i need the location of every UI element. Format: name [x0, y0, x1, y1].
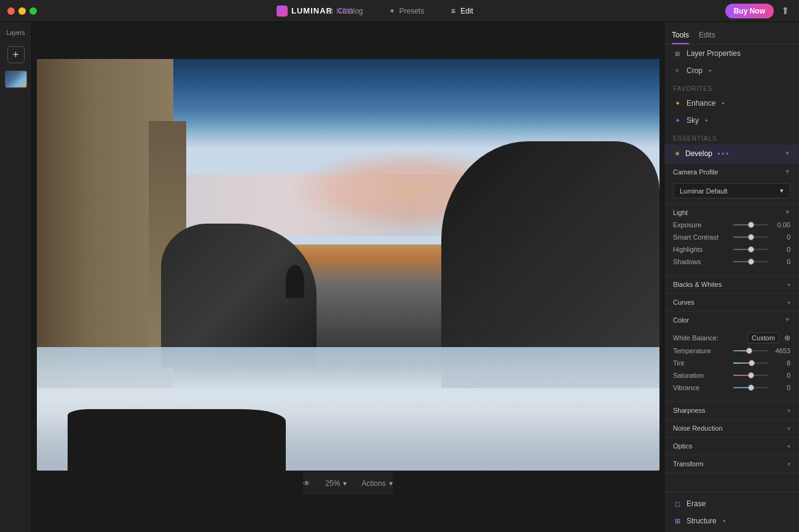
traffic-lights: [7, 7, 37, 15]
exposure-row: Exposure 0.00: [673, 221, 790, 229]
camera-profile-header[interactable]: Camera Profile ▲: [664, 163, 799, 181]
couple-silhouette: [286, 265, 304, 298]
curves-label: Curves: [673, 299, 695, 306]
saturation-thumb[interactable]: [748, 372, 754, 378]
develop-label: Develop: [685, 149, 712, 158]
tint-row: Tint 8: [673, 359, 790, 367]
sharpness-section[interactable]: Sharpness ▾: [664, 402, 799, 420]
saturation-label: Saturation: [673, 372, 728, 379]
tool-structure[interactable]: ⊞ Structure ✦: [664, 512, 799, 530]
maximize-button[interactable]: [30, 7, 37, 15]
exposure-value: 0.00: [773, 221, 790, 229]
develop-icon: ☀: [673, 149, 682, 158]
canvas-area: 👁 25% ▾ Actions ▾: [32, 22, 664, 532]
tool-erase[interactable]: ◻ Erase: [664, 495, 799, 512]
highlights-row: Highlights 0: [673, 246, 790, 253]
photo-container: [37, 59, 659, 471]
temperature-value: 4653: [773, 347, 790, 354]
shadows-slider[interactable]: [733, 261, 768, 262]
saturation-track: [733, 375, 768, 376]
temperature-row: Temperature 4653: [673, 347, 790, 354]
highlights-value: 0: [773, 246, 790, 253]
exposure-thumb[interactable]: [748, 222, 754, 228]
camera-profile-chevron-icon: ▲: [784, 169, 790, 176]
erase-icon: ◻: [673, 499, 682, 508]
tab-tools[interactable]: Tools: [672, 27, 689, 44]
tab-edits[interactable]: Edits: [699, 27, 715, 44]
add-layer-button[interactable]: +: [7, 46, 25, 63]
actions-menu[interactable]: Actions ▾: [361, 479, 392, 488]
tool-layer-properties[interactable]: ⊞ Layer Properties: [664, 45, 799, 62]
actions-chevron-icon: ▾: [389, 479, 393, 488]
crop-icon: ⌗: [673, 66, 682, 75]
shadows-thumb[interactable]: [748, 259, 754, 265]
vibrance-slider[interactable]: [733, 387, 768, 388]
highlights-track: [733, 249, 768, 250]
zoom-chevron-icon: ▾: [343, 479, 347, 488]
exposure-slider[interactable]: [733, 224, 768, 225]
transform-section[interactable]: Transform ▾: [664, 455, 799, 473]
highlights-thumb[interactable]: [748, 246, 754, 252]
preview-toggle[interactable]: 👁: [303, 479, 310, 488]
nav-catalog[interactable]: ⊡ Catalog: [321, 4, 368, 18]
smart-contrast-track: [733, 237, 768, 238]
layer-thumbnail[interactable]: [5, 71, 27, 88]
close-button[interactable]: [7, 7, 15, 15]
saturation-slider[interactable]: [733, 375, 768, 376]
left-sidebar: Layers +: [0, 22, 32, 532]
tool-sky[interactable]: ✦ Sky ✦: [664, 112, 799, 129]
light-sliders: Exposure 0.00 Smart Contrast: [664, 221, 799, 275]
smart-contrast-slider[interactable]: [733, 237, 768, 238]
color-title: Color: [673, 316, 689, 324]
tint-track: [733, 362, 768, 364]
layers-label: Layers: [6, 29, 25, 36]
white-balance-dropdown[interactable]: Custom: [747, 332, 779, 343]
optics-chevron-icon: ▾: [787, 443, 790, 450]
tool-enhance[interactable]: ✦ Enhance ✦: [664, 95, 799, 112]
light-header[interactable]: Light ▲: [664, 204, 799, 221]
catalog-icon: ⊡: [326, 7, 334, 15]
zoom-control[interactable]: 25% ▾: [325, 479, 347, 488]
smart-contrast-thumb[interactable]: [748, 234, 754, 240]
nav-presets[interactable]: ✦ Presets: [383, 4, 430, 18]
photo-scene: [37, 59, 659, 471]
panel-tabs: Tools Edits: [664, 27, 799, 45]
highlights-slider[interactable]: [733, 249, 768, 250]
layer-thumb-image: [6, 71, 26, 87]
curves-section[interactable]: Curves ▾: [664, 294, 799, 311]
temperature-slider[interactable]: [733, 350, 768, 351]
highlights-label: Highlights: [673, 246, 728, 253]
saturation-row: Saturation 0: [673, 372, 790, 379]
buy-now-button[interactable]: Buy Now: [725, 4, 774, 18]
share-button[interactable]: ⬆: [779, 2, 792, 19]
zoom-value: 25%: [325, 479, 340, 488]
temperature-track: [733, 350, 768, 351]
vibrance-thumb[interactable]: [748, 385, 754, 391]
shadows-track: [733, 261, 768, 262]
vibrance-value: 0: [773, 384, 790, 391]
nav-edit[interactable]: ≡ Edit: [444, 4, 478, 18]
camera-profile-dropdown[interactable]: Luminar Default ▾: [673, 183, 790, 198]
photo-canvas[interactable]: [37, 59, 659, 471]
tint-slider[interactable]: [733, 362, 768, 364]
curves-chevron-icon: ▾: [787, 299, 790, 306]
camera-profile-title: Camera Profile: [673, 168, 718, 176]
light-section: Light ▲ Exposure 0.00 Sma: [664, 204, 799, 276]
temperature-thumb[interactable]: [746, 348, 752, 354]
noise-reduction-section[interactable]: Noise Reduction ▾: [664, 420, 799, 437]
color-chevron-icon: ▲: [784, 317, 790, 324]
smart-contrast-label: Smart Contrast: [673, 233, 728, 241]
color-header[interactable]: Color ▲: [664, 311, 799, 329]
optics-section[interactable]: Optics ▾: [664, 437, 799, 455]
titlebar: LUMINAR NEO ⊡ Catalog ✦ Presets ≡ Edit B…: [0, 0, 799, 22]
blacks-whites-section[interactable]: Blacks & Whites ▾: [664, 276, 799, 294]
noise-reduction-label: Noise Reduction: [673, 424, 723, 432]
blacks-whites-label: Blacks & Whites: [673, 281, 722, 288]
develop-header[interactable]: ☀ Develop ✦✦✦ ▲: [664, 144, 799, 163]
tool-crop[interactable]: ⌗ Crop ✦: [664, 62, 799, 79]
sky-badge: ✦: [704, 118, 709, 123]
bottom-tools: ◻ Erase ⊞ Structure ✦: [664, 492, 799, 532]
tint-thumb[interactable]: [749, 360, 755, 366]
eyedropper-icon[interactable]: ⊕: [784, 334, 790, 342]
minimize-button[interactable]: [18, 7, 26, 15]
